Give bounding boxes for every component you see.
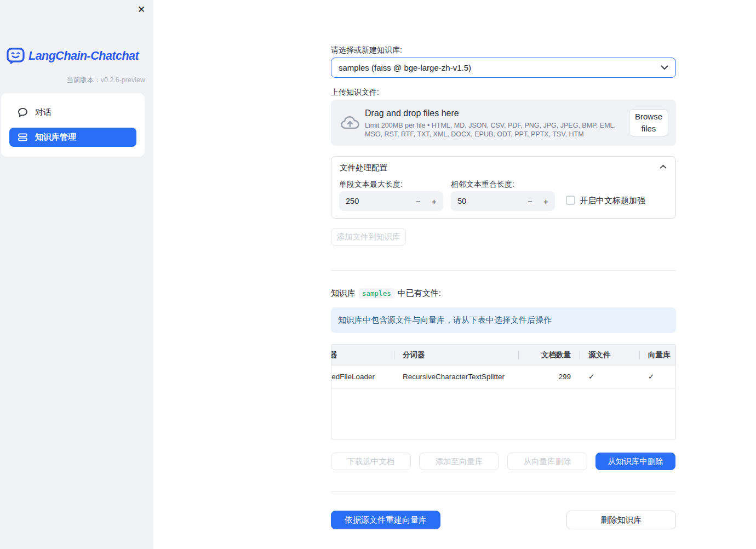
overlap-size-input[interactable]: 50 − + <box>451 191 555 211</box>
add-to-vector-store-button[interactable]: 添加至向量库 <box>419 453 499 470</box>
sidebar-item-knowledge-base[interactable]: 知识库管理 <box>9 128 136 147</box>
kb-files-heading: 知识库 samples 中已有文件: <box>331 288 441 299</box>
overlap-size-label: 相邻文本重合长度: <box>451 180 514 190</box>
dropzone-title: Drag and drop files here <box>365 108 459 118</box>
dropzone-limit-text: Limit 200MB per file • HTML, MD, JSON, C… <box>365 121 628 139</box>
logo-chat-smiley-icon <box>7 48 25 65</box>
sidebar-item-label: 对话 <box>35 107 51 118</box>
browse-files-button[interactable]: Browse files <box>629 109 668 136</box>
expander-title[interactable]: 文件处理配置 <box>340 163 387 173</box>
overlap-minus-button[interactable]: − <box>522 191 538 211</box>
version-text: 当前版本：v0.2.6-preview <box>66 76 145 85</box>
sidebar: ✕ LangChain-Chatchat 当前版本：v0.2.6-preview <box>0 0 153 549</box>
cell-doc-count: 299 <box>518 365 580 388</box>
file-dropzone[interactable]: Drag and drop files here Limit 200MB per… <box>331 100 676 146</box>
kb-select-label: 请选择或新建知识库: <box>331 45 402 55</box>
file-config-expander: 文件处理配置 单段文本最大长度: 相邻文本重合长度: 250 − + 50 − … <box>331 156 676 219</box>
sidebar-close-icon[interactable]: ✕ <box>135 3 148 16</box>
column-header-loader[interactable]: 文档加载器 <box>331 345 394 365</box>
stack-icon <box>17 132 28 143</box>
version-value: v0.2.6-preview <box>101 76 145 84</box>
divider <box>331 491 676 492</box>
divider <box>331 270 676 271</box>
overlap-plus-button[interactable]: + <box>538 191 554 211</box>
chunk-size-value: 250 <box>346 191 359 211</box>
app-logo: LangChain-Chatchat <box>7 48 139 65</box>
chunk-size-input[interactable]: 250 − + <box>339 191 443 211</box>
table-row[interactable]: UnstructuredFileLoader RecursiveCharacte… <box>331 365 675 388</box>
sidebar-menu: 对话 知识库管理 <box>1 93 145 157</box>
version-label: 当前版本： <box>66 76 101 84</box>
column-header-doc-count[interactable]: 文档数量 <box>518 345 580 365</box>
chunk-plus-button[interactable]: + <box>426 191 442 211</box>
chunk-minus-button[interactable]: − <box>410 191 426 211</box>
chevron-down-icon <box>661 65 668 70</box>
logo-text: LangChain-Chatchat <box>28 49 139 63</box>
delete-from-vector-store-button[interactable]: 从向量库删除 <box>507 453 587 470</box>
delete-kb-button[interactable]: 删除知识库 <box>566 511 676 529</box>
rebuild-vector-store-button[interactable]: 依据源文件重建向量库 <box>331 511 440 529</box>
zh-title-enhance-label: 开启中文标题加强 <box>580 196 645 206</box>
upload-label: 上传知识文件: <box>331 88 379 98</box>
kb-files-table[interactable]: 文档加载器 分词器 文档数量 源文件 向量库 UnstructuredFileL… <box>331 344 676 439</box>
overlap-size-value: 50 <box>457 191 466 211</box>
kb-files-prefix: 知识库 <box>331 288 356 299</box>
delete-from-kb-button[interactable]: 从知识库中删除 <box>595 453 675 470</box>
cell-splitter: RecursiveCharacterTextSplitter <box>394 365 518 388</box>
add-files-to-kb-button[interactable]: 添加文件到知识库 <box>331 228 406 246</box>
cell-vector-store-check: ✓ <box>639 365 675 388</box>
column-header-splitter[interactable]: 分词器 <box>394 345 518 365</box>
column-header-vector-store[interactable]: 向量库 <box>639 345 675 365</box>
chat-bubble-icon <box>17 107 28 118</box>
cell-source-file-check: ✓ <box>580 365 639 388</box>
info-banner: 知识库中包含源文件与向量库，请从下表中选择文件后操作 <box>331 307 676 333</box>
upload-cloud-icon <box>340 115 360 131</box>
sidebar-item-dialogue[interactable]: 对话 <box>9 102 136 122</box>
column-header-source-file[interactable]: 源文件 <box>580 345 639 365</box>
kb-select-dropdown[interactable]: samples (faiss @ bge-large-zh-v1.5) <box>331 58 676 78</box>
download-selected-docs-button[interactable]: 下载选中文档 <box>331 453 411 470</box>
cell-loader: UnstructuredFileLoader <box>331 365 394 388</box>
chunk-size-label: 单段文本最大长度: <box>339 180 403 190</box>
app-window: ✕ LangChain-Chatchat 当前版本：v0.2.6-preview <box>0 0 756 549</box>
zh-title-enhance-checkbox[interactable] <box>566 196 575 205</box>
chevron-up-icon[interactable] <box>660 164 667 169</box>
kb-select-value: samples (faiss @ bge-large-zh-v1.5) <box>339 63 661 72</box>
table-header-row: 文档加载器 分词器 文档数量 源文件 向量库 <box>331 345 675 365</box>
kb-name-code-chip: samples <box>359 288 394 299</box>
sidebar-item-label: 知识库管理 <box>35 132 76 142</box>
kb-files-suffix: 中已有文件: <box>398 288 441 299</box>
main-content: 请选择或新建知识库: samples (faiss @ bge-large-zh… <box>331 0 676 549</box>
